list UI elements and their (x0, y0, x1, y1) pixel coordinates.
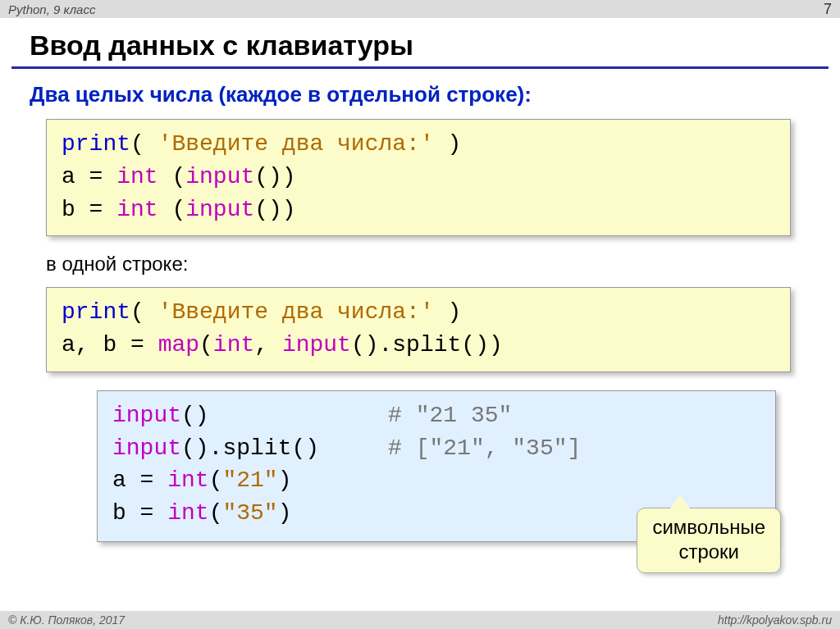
code-line: a = int (input()) (62, 161, 775, 194)
code-line: a, b = map(int, input().split()) (62, 329, 775, 362)
callout-line: строки (652, 540, 765, 564)
page-number: 7 (824, 1, 832, 18)
footer-left: © К.Ю. Поляков, 2017 (8, 613, 125, 627)
code-block-1: print( 'Введите два числа:' ) a = int (i… (46, 119, 791, 236)
code-line: print( 'Введите два числа:' ) (62, 296, 775, 329)
slide-footer: © К.Ю. Поляков, 2017 http://kpolyakov.sp… (0, 611, 840, 629)
callout-bubble: символьные строки (637, 508, 781, 573)
code-line: a = int("21") (112, 464, 760, 497)
code-line: input() # "21 35" (112, 399, 760, 432)
code-line: print( 'Введите два числа:' ) (62, 128, 775, 161)
code-line: input().split() # ["21", "35"] (112, 432, 760, 465)
slide-header: Python, 9 класс 7 (0, 0, 840, 18)
callout-line: символьные (652, 515, 765, 540)
slide-subtitle: Два целых числа (каждое в отдельной стро… (0, 82, 840, 119)
code-block-2: print( 'Введите два числа:' ) a, b = map… (46, 287, 791, 372)
note-text: в одной строке: (0, 236, 840, 287)
header-left: Python, 9 класс (8, 2, 95, 16)
title-underline (11, 66, 829, 69)
code-line: b = int (input()) (62, 194, 775, 226)
footer-right: http://kpolyakov.spb.ru (718, 613, 832, 627)
slide-title: Ввод данных с клавиатуры (0, 18, 840, 66)
